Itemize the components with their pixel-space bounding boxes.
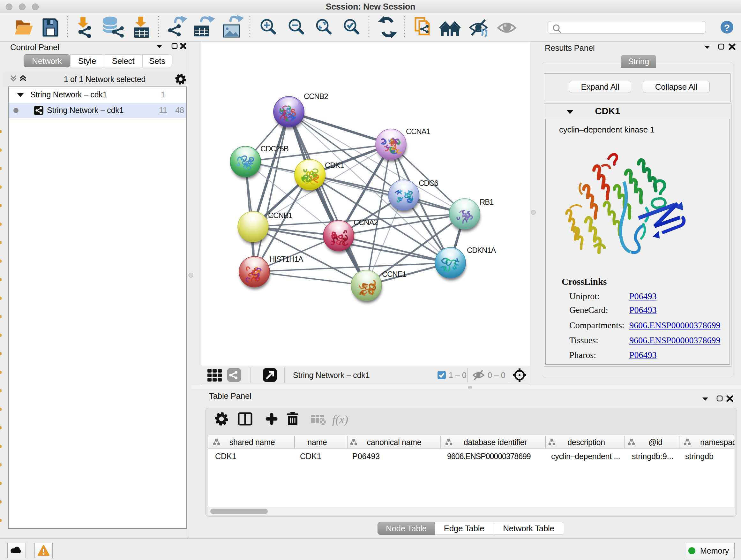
svg-text:database identifier: database identifier [464,438,527,447]
svg-text:CCNA1: CCNA1 [406,127,430,136]
svg-text:f(x): f(x) [332,413,348,426]
svg-text:description: description [567,438,605,447]
svg-text:CCNB1: CCNB1 [268,211,292,220]
svg-text:CCNB2: CCNB2 [304,92,328,101]
svg-text:CDC6: CDC6 [419,179,438,187]
svg-text:HIST1H1A: HIST1H1A [269,255,303,263]
svg-text:namespace: namespace [700,438,735,447]
svg-text:CDKN1A: CDKN1A [467,246,496,254]
svg-text:String Network – cdk1: String Network – cdk1 [293,371,369,380]
svg-text:0 – 0: 0 – 0 [488,371,506,380]
svg-text:CDC25B: CDC25B [260,144,288,153]
svg-text:shared name: shared name [229,438,275,447]
svg-text:@id: @id [649,438,663,447]
svg-text:CDK1: CDK1 [325,161,344,170]
svg-text:?: ? [724,22,730,33]
svg-text:CCNA2: CCNA2 [354,218,378,227]
svg-text:name: name [307,438,327,447]
svg-text:1 – 0: 1 – 0 [449,371,467,380]
svg-text:canonical name: canonical name [367,438,421,447]
svg-text:RB1: RB1 [480,198,494,206]
svg-text:CCNE1: CCNE1 [382,270,406,278]
